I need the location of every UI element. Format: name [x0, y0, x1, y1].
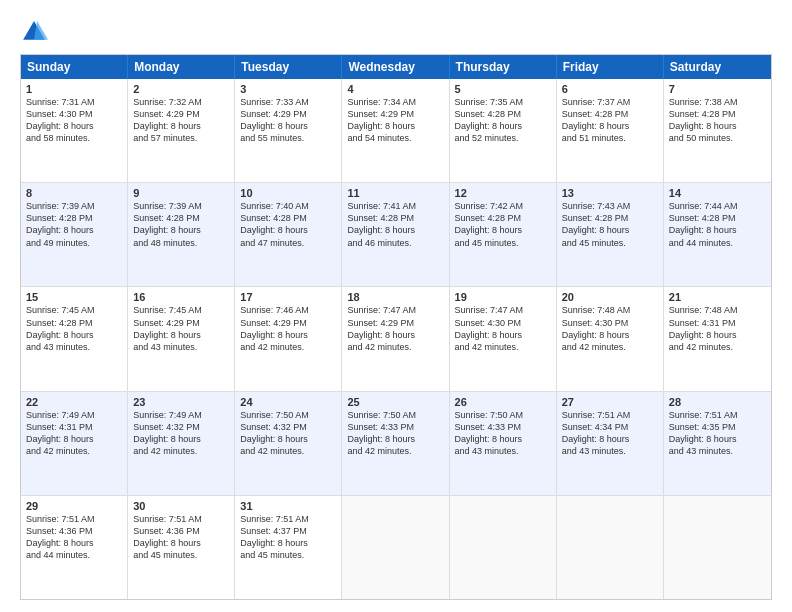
header: [20, 18, 772, 46]
calendar-header: SundayMondayTuesdayWednesdayThursdayFrid…: [21, 55, 771, 79]
day-info: Sunrise: 7:49 AMSunset: 4:32 PMDaylight:…: [133, 409, 229, 458]
day-number: 26: [455, 396, 551, 408]
header-day-friday: Friday: [557, 55, 664, 79]
day-number: 16: [133, 291, 229, 303]
day-number: 7: [669, 83, 766, 95]
day-info: Sunrise: 7:40 AMSunset: 4:28 PMDaylight:…: [240, 200, 336, 249]
day-cell-6: 6Sunrise: 7:37 AMSunset: 4:28 PMDaylight…: [557, 79, 664, 182]
day-info: Sunrise: 7:43 AMSunset: 4:28 PMDaylight:…: [562, 200, 658, 249]
day-number: 17: [240, 291, 336, 303]
day-cell-24: 24Sunrise: 7:50 AMSunset: 4:32 PMDayligh…: [235, 392, 342, 495]
empty-cell-4-5: [557, 496, 664, 599]
day-info: Sunrise: 7:51 AMSunset: 4:35 PMDaylight:…: [669, 409, 766, 458]
day-info: Sunrise: 7:46 AMSunset: 4:29 PMDaylight:…: [240, 304, 336, 353]
day-number: 25: [347, 396, 443, 408]
day-number: 11: [347, 187, 443, 199]
header-day-wednesday: Wednesday: [342, 55, 449, 79]
day-number: 4: [347, 83, 443, 95]
day-number: 5: [455, 83, 551, 95]
calendar-row-0: 1Sunrise: 7:31 AMSunset: 4:30 PMDaylight…: [21, 79, 771, 183]
day-info: Sunrise: 7:44 AMSunset: 4:28 PMDaylight:…: [669, 200, 766, 249]
day-cell-1: 1Sunrise: 7:31 AMSunset: 4:30 PMDaylight…: [21, 79, 128, 182]
day-number: 23: [133, 396, 229, 408]
day-number: 3: [240, 83, 336, 95]
day-info: Sunrise: 7:32 AMSunset: 4:29 PMDaylight:…: [133, 96, 229, 145]
day-number: 6: [562, 83, 658, 95]
day-cell-29: 29Sunrise: 7:51 AMSunset: 4:36 PMDayligh…: [21, 496, 128, 599]
day-cell-12: 12Sunrise: 7:42 AMSunset: 4:28 PMDayligh…: [450, 183, 557, 286]
day-info: Sunrise: 7:37 AMSunset: 4:28 PMDaylight:…: [562, 96, 658, 145]
calendar-row-1: 8Sunrise: 7:39 AMSunset: 4:28 PMDaylight…: [21, 183, 771, 287]
day-number: 10: [240, 187, 336, 199]
header-day-sunday: Sunday: [21, 55, 128, 79]
day-info: Sunrise: 7:51 AMSunset: 4:36 PMDaylight:…: [133, 513, 229, 562]
day-number: 15: [26, 291, 122, 303]
day-info: Sunrise: 7:45 AMSunset: 4:28 PMDaylight:…: [26, 304, 122, 353]
day-cell-16: 16Sunrise: 7:45 AMSunset: 4:29 PMDayligh…: [128, 287, 235, 390]
day-cell-15: 15Sunrise: 7:45 AMSunset: 4:28 PMDayligh…: [21, 287, 128, 390]
day-number: 20: [562, 291, 658, 303]
day-number: 19: [455, 291, 551, 303]
day-number: 30: [133, 500, 229, 512]
svg-marker-1: [34, 21, 48, 40]
day-cell-3: 3Sunrise: 7:33 AMSunset: 4:29 PMDaylight…: [235, 79, 342, 182]
day-number: 9: [133, 187, 229, 199]
day-cell-25: 25Sunrise: 7:50 AMSunset: 4:33 PMDayligh…: [342, 392, 449, 495]
day-number: 18: [347, 291, 443, 303]
day-cell-17: 17Sunrise: 7:46 AMSunset: 4:29 PMDayligh…: [235, 287, 342, 390]
calendar: SundayMondayTuesdayWednesdayThursdayFrid…: [20, 54, 772, 600]
day-cell-11: 11Sunrise: 7:41 AMSunset: 4:28 PMDayligh…: [342, 183, 449, 286]
day-info: Sunrise: 7:38 AMSunset: 4:28 PMDaylight:…: [669, 96, 766, 145]
empty-cell-4-6: [664, 496, 771, 599]
day-cell-21: 21Sunrise: 7:48 AMSunset: 4:31 PMDayligh…: [664, 287, 771, 390]
day-number: 8: [26, 187, 122, 199]
calendar-body: 1Sunrise: 7:31 AMSunset: 4:30 PMDaylight…: [21, 79, 771, 599]
day-number: 22: [26, 396, 122, 408]
calendar-row-2: 15Sunrise: 7:45 AMSunset: 4:28 PMDayligh…: [21, 287, 771, 391]
day-cell-31: 31Sunrise: 7:51 AMSunset: 4:37 PMDayligh…: [235, 496, 342, 599]
day-cell-5: 5Sunrise: 7:35 AMSunset: 4:28 PMDaylight…: [450, 79, 557, 182]
day-cell-4: 4Sunrise: 7:34 AMSunset: 4:29 PMDaylight…: [342, 79, 449, 182]
day-info: Sunrise: 7:35 AMSunset: 4:28 PMDaylight:…: [455, 96, 551, 145]
day-number: 1: [26, 83, 122, 95]
header-day-monday: Monday: [128, 55, 235, 79]
day-info: Sunrise: 7:51 AMSunset: 4:34 PMDaylight:…: [562, 409, 658, 458]
day-number: 13: [562, 187, 658, 199]
day-cell-20: 20Sunrise: 7:48 AMSunset: 4:30 PMDayligh…: [557, 287, 664, 390]
day-number: 31: [240, 500, 336, 512]
day-info: Sunrise: 7:47 AMSunset: 4:30 PMDaylight:…: [455, 304, 551, 353]
day-cell-13: 13Sunrise: 7:43 AMSunset: 4:28 PMDayligh…: [557, 183, 664, 286]
day-info: Sunrise: 7:33 AMSunset: 4:29 PMDaylight:…: [240, 96, 336, 145]
day-info: Sunrise: 7:47 AMSunset: 4:29 PMDaylight:…: [347, 304, 443, 353]
calendar-row-4: 29Sunrise: 7:51 AMSunset: 4:36 PMDayligh…: [21, 496, 771, 599]
day-info: Sunrise: 7:51 AMSunset: 4:36 PMDaylight:…: [26, 513, 122, 562]
day-number: 24: [240, 396, 336, 408]
day-cell-19: 19Sunrise: 7:47 AMSunset: 4:30 PMDayligh…: [450, 287, 557, 390]
day-info: Sunrise: 7:39 AMSunset: 4:28 PMDaylight:…: [133, 200, 229, 249]
day-number: 14: [669, 187, 766, 199]
day-info: Sunrise: 7:49 AMSunset: 4:31 PMDaylight:…: [26, 409, 122, 458]
day-info: Sunrise: 7:39 AMSunset: 4:28 PMDaylight:…: [26, 200, 122, 249]
header-day-saturday: Saturday: [664, 55, 771, 79]
day-info: Sunrise: 7:48 AMSunset: 4:31 PMDaylight:…: [669, 304, 766, 353]
day-number: 2: [133, 83, 229, 95]
empty-cell-4-3: [342, 496, 449, 599]
day-info: Sunrise: 7:50 AMSunset: 4:33 PMDaylight:…: [347, 409, 443, 458]
day-info: Sunrise: 7:51 AMSunset: 4:37 PMDaylight:…: [240, 513, 336, 562]
day-info: Sunrise: 7:34 AMSunset: 4:29 PMDaylight:…: [347, 96, 443, 145]
day-cell-14: 14Sunrise: 7:44 AMSunset: 4:28 PMDayligh…: [664, 183, 771, 286]
day-info: Sunrise: 7:50 AMSunset: 4:32 PMDaylight:…: [240, 409, 336, 458]
calendar-row-3: 22Sunrise: 7:49 AMSunset: 4:31 PMDayligh…: [21, 392, 771, 496]
empty-cell-4-4: [450, 496, 557, 599]
day-cell-18: 18Sunrise: 7:47 AMSunset: 4:29 PMDayligh…: [342, 287, 449, 390]
logo: [20, 18, 52, 46]
day-number: 27: [562, 396, 658, 408]
day-number: 29: [26, 500, 122, 512]
day-info: Sunrise: 7:41 AMSunset: 4:28 PMDaylight:…: [347, 200, 443, 249]
day-cell-27: 27Sunrise: 7:51 AMSunset: 4:34 PMDayligh…: [557, 392, 664, 495]
day-cell-9: 9Sunrise: 7:39 AMSunset: 4:28 PMDaylight…: [128, 183, 235, 286]
day-cell-2: 2Sunrise: 7:32 AMSunset: 4:29 PMDaylight…: [128, 79, 235, 182]
day-number: 12: [455, 187, 551, 199]
day-cell-22: 22Sunrise: 7:49 AMSunset: 4:31 PMDayligh…: [21, 392, 128, 495]
day-number: 21: [669, 291, 766, 303]
